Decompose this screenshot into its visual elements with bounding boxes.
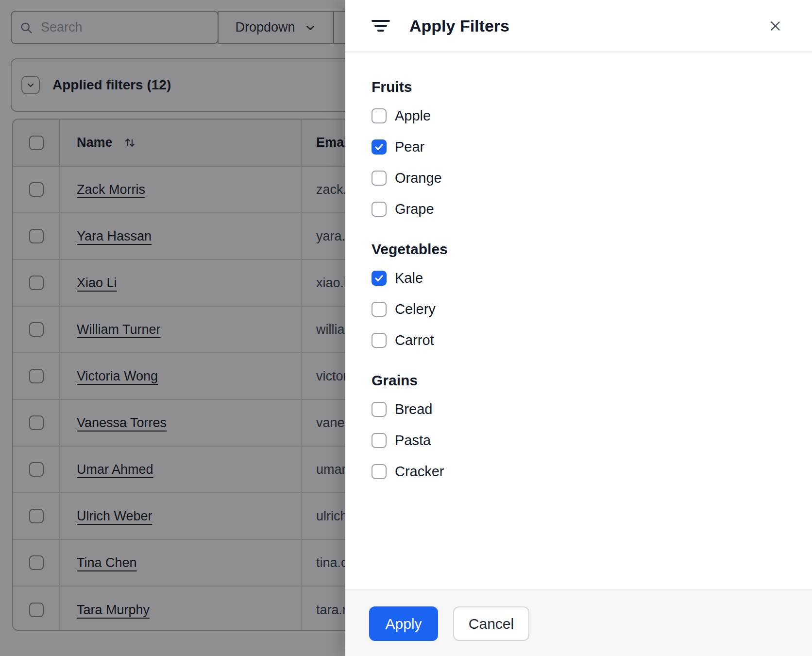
filter-option[interactable]: Cracker <box>372 456 786 487</box>
checkbox-unchecked[interactable] <box>372 464 387 479</box>
filter-group-label: Vegetables <box>372 242 786 257</box>
filter-option[interactable]: Apple <box>372 100 786 131</box>
checkbox-unchecked[interactable] <box>372 171 387 186</box>
drawer-footer: Apply Cancel <box>345 589 812 656</box>
filter-option[interactable]: Kale <box>372 262 786 293</box>
apply-button[interactable]: Apply <box>369 606 438 641</box>
filter-option-label: Pasta <box>395 432 431 449</box>
drawer-header: Apply Filters <box>345 0 812 52</box>
filter-option-label: Orange <box>395 170 442 186</box>
checkbox-checked[interactable] <box>372 271 387 286</box>
checkbox-unchecked[interactable] <box>372 402 387 417</box>
filter-option-label: Pear <box>395 139 424 155</box>
filter-option-label: Kale <box>395 270 423 286</box>
checkbox-unchecked[interactable] <box>372 202 387 217</box>
drawer-title: Apply Filters <box>409 17 509 35</box>
close-icon <box>769 19 782 33</box>
cancel-button[interactable]: Cancel <box>453 606 529 641</box>
checkbox-checked[interactable] <box>372 139 387 155</box>
filter-option-label: Carrot <box>395 332 434 348</box>
filter-option-label: Celery <box>395 301 436 317</box>
filter-option[interactable]: Grape <box>372 193 786 224</box>
filter-group: GrainsBreadPastaCracker <box>372 373 786 487</box>
filter-icon <box>372 19 390 32</box>
check-icon <box>374 273 384 283</box>
checkbox-unchecked[interactable] <box>372 433 387 448</box>
filter-group-label: Grains <box>372 373 786 388</box>
filter-option[interactable]: Celery <box>372 293 786 325</box>
filter-group: FruitsApplePearOrangeGrape <box>372 80 786 224</box>
filter-option-label: Bread <box>395 401 432 417</box>
filter-option[interactable]: Orange <box>372 162 786 193</box>
filter-group-label: Fruits <box>372 80 786 94</box>
filter-option-label: Cracker <box>395 464 444 480</box>
filter-option-label: Grape <box>395 201 434 217</box>
filters-drawer: Apply Filters FruitsApplePearOrangeGrape… <box>345 0 812 656</box>
filter-group: VegetablesKaleCeleryCarrot <box>372 242 786 356</box>
check-icon <box>374 142 384 152</box>
checkbox-unchecked[interactable] <box>372 302 387 317</box>
filter-option[interactable]: Bread <box>372 394 786 425</box>
app-screen: Dropdown Applied filters (12) <box>0 0 812 656</box>
close-button[interactable] <box>764 15 786 36</box>
filter-option[interactable]: Pasta <box>372 425 786 456</box>
filter-option[interactable]: Pear <box>372 131 786 162</box>
filter-option-label: Apple <box>395 108 431 124</box>
drawer-body: FruitsApplePearOrangeGrapeVegetablesKale… <box>345 52 812 589</box>
checkbox-unchecked[interactable] <box>372 108 387 123</box>
checkbox-unchecked[interactable] <box>372 333 387 348</box>
filter-option[interactable]: Carrot <box>372 325 786 356</box>
